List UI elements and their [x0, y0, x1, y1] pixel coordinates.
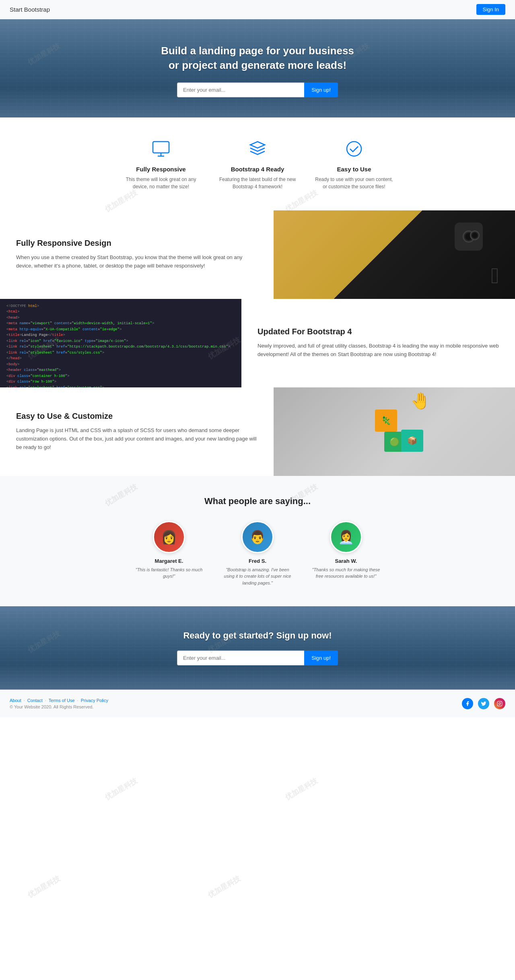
- cta-email-input[interactable]: [177, 651, 304, 665]
- svg-rect-5: [497, 701, 502, 706]
- hero-signup-button[interactable]: Sign up!: [304, 82, 338, 97]
- feature-title-3: Easy to Use: [314, 166, 394, 173]
- bootstrap-title: Updated For Bootstrap 4: [258, 327, 499, 336]
- footer-social: [462, 698, 505, 709]
- avatar-sarah: 👩‍💼: [330, 521, 362, 553]
- responsive-text: Fully Responsive Design When you use a t…: [0, 210, 274, 299]
- navbar-brand: Start Bootstrap: [10, 6, 50, 13]
- svg-point-4: [347, 142, 361, 156]
- testimonial-quote-fred: "Bootstrap is amazing. I've been using i…: [221, 566, 294, 587]
- feature-desc-3: Ready to use with your own content, or c…: [314, 176, 394, 190]
- hero-email-input[interactable]: [177, 82, 304, 97]
- svg-marker-3: [250, 142, 265, 148]
- footer-link-contact[interactable]: Contact: [27, 698, 43, 703]
- feature-title-1: Fully Responsive: [121, 166, 201, 173]
- responsive-desc: When you use a theme created by Start Bo…: [16, 253, 258, 270]
- footer-left: About · Contact · Terms of Use · Privacy…: [10, 698, 108, 709]
- testimonial-margaret: 👩 Margaret E. "This is fantastic! Thanks…: [133, 521, 205, 587]
- svg-point-7: [501, 702, 501, 702]
- split-section-bootstrap: Updated For Bootstrap 4 Newly improved, …: [0, 299, 515, 387]
- feature-title-2: Bootstrap 4 Ready: [217, 166, 298, 173]
- testimonial-quote-sarah: "Thanks so much for making these free re…: [310, 566, 382, 580]
- testimonial-fred: 👨 Fred S. "Bootstrap is amazing. I've be…: [221, 521, 294, 587]
- footer-link-about[interactable]: About: [10, 698, 21, 703]
- cta-heading: Ready to get started? Sign up now!: [8, 630, 507, 641]
- footer-copyright: © Your Website 2020. All Rights Reserved…: [10, 704, 108, 709]
- avatar-margaret: 👩: [153, 521, 185, 553]
- footer: About · Contact · Terms of Use · Privacy…: [0, 690, 515, 717]
- svg-point-6: [499, 703, 501, 705]
- split-section-responsive: Fully Responsive Design When you use a t…: [0, 210, 515, 299]
- cta-form: Sign up!: [177, 651, 338, 665]
- responsive-title: Fully Responsive Design: [16, 239, 258, 248]
- footer-link-terms[interactable]: Terms of Use: [49, 698, 75, 703]
- cta-section: Ready to get started? Sign up now! Sign …: [0, 606, 515, 690]
- footer-links: About · Contact · Terms of Use · Privacy…: [10, 698, 108, 703]
- footer-link-privacy[interactable]: Privacy Policy: [81, 698, 108, 703]
- navbar: Start Bootstrap Sign In: [0, 0, 515, 19]
- avatar-fred: 👨: [241, 521, 274, 553]
- testimonial-sarah: 👩‍💼 Sarah W. "Thanks so much for making …: [310, 521, 382, 587]
- split-section-customize: Easy to Use & Customize Landing Page is …: [0, 387, 515, 476]
- cta-signup-button[interactable]: Sign up!: [304, 651, 338, 665]
- teal-block: 📦: [401, 430, 423, 452]
- testimonial-name-sarah: Sarah W.: [310, 558, 382, 564]
- testimonials-section: What people are saying... 👩 Margaret E. …: [0, 476, 515, 607]
- facebook-icon[interactable]: [462, 698, 473, 709]
- hero-form: Sign up!: [177, 82, 338, 97]
- phone-image: : [274, 210, 515, 299]
- monitor-icon: [150, 138, 172, 160]
- child-hand-icon: 🤚: [410, 391, 431, 410]
- yellow-block: 🦎: [375, 410, 397, 432]
- testimonials-heading: What people are saying...: [8, 496, 507, 506]
- instagram-icon[interactable]: [494, 698, 505, 709]
- signin-button[interactable]: Sign In: [476, 4, 505, 15]
- twitter-icon[interactable]: [478, 698, 489, 709]
- testimonial-name-fred: Fred S.: [221, 558, 294, 564]
- apple-logo-icon: : [491, 265, 499, 287]
- code-image: <!DOCTYPE html> <html> <head> <meta name…: [0, 299, 241, 387]
- feature-fully-responsive: Fully Responsive This theme will look gr…: [121, 138, 201, 190]
- check-circle-icon: [343, 138, 365, 160]
- testimonial-name-margaret: Margaret E.: [133, 558, 205, 564]
- testimonial-quote-margaret: "This is fantastic! Thanks so much guys!…: [133, 566, 205, 580]
- svg-rect-0: [153, 142, 169, 153]
- customize-text: Easy to Use & Customize Landing Page is …: [0, 387, 274, 476]
- feature-desc-1: This theme will look great on any device…: [121, 176, 201, 190]
- blocks-image: 🟢 🦎 📦 🤚: [274, 387, 515, 476]
- hero-section: Build a landing page for your business o…: [0, 19, 515, 117]
- customize-desc: Landing Page is just HTML and CSS with a…: [16, 426, 258, 451]
- layers-icon: [246, 138, 269, 160]
- feature-easy-to-use: Easy to Use Ready to use with your own c…: [314, 138, 394, 190]
- bootstrap-text: Updated For Bootstrap 4 Newly improved, …: [241, 299, 515, 387]
- bootstrap-desc: Newly improved, and full of great utilit…: [258, 342, 499, 359]
- testimonials-grid: 👩 Margaret E. "This is fantastic! Thanks…: [8, 521, 507, 587]
- features-section: Fully Responsive This theme will look gr…: [0, 117, 515, 210]
- customize-title: Easy to Use & Customize: [16, 412, 258, 421]
- feature-desc-2: Featuring the latest build of the new Bo…: [217, 176, 298, 190]
- feature-bootstrap-ready: Bootstrap 4 Ready Featuring the latest b…: [217, 138, 298, 190]
- hero-headline: Build a landing page for your business o…: [161, 43, 354, 73]
